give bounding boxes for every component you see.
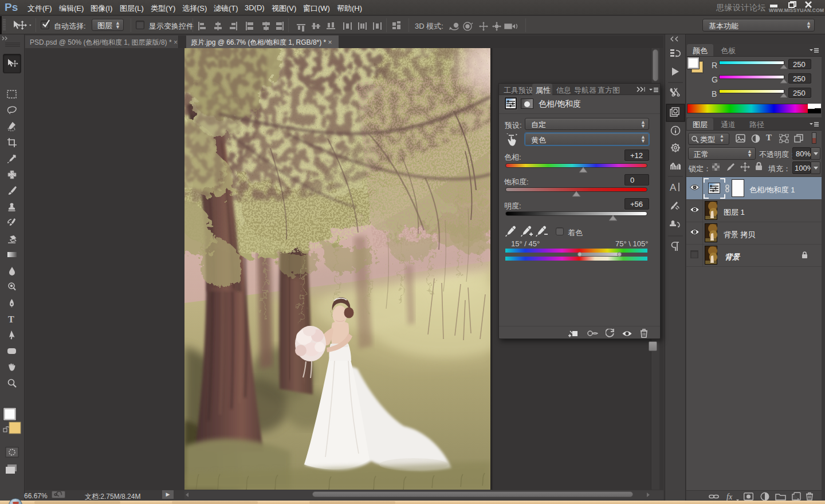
svg-text:A: A <box>670 182 677 193</box>
svg-text:T: T <box>8 314 14 324</box>
svg-text:fx: fx <box>726 493 733 501</box>
